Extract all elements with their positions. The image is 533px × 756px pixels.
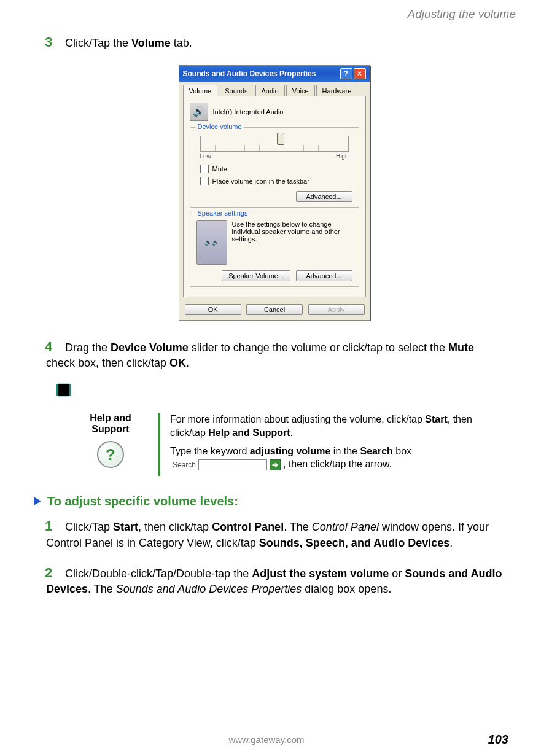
speaker-volume-button[interactable]: Speaker Volume... xyxy=(222,270,290,281)
slider-high-label: High xyxy=(336,153,349,160)
search-go-icon[interactable]: ➔ xyxy=(270,459,281,470)
footer-url: www.gateway.com xyxy=(228,735,304,745)
speakers-icon: 🔈🔈 xyxy=(196,220,227,265)
group-title: Device volume xyxy=(195,123,244,130)
slider-thumb[interactable] xyxy=(277,133,284,145)
advanced-button[interactable]: Advanced... xyxy=(296,191,352,202)
help-button[interactable]: ? xyxy=(340,68,352,79)
volume-slider[interactable]: Low High xyxy=(196,134,352,161)
taskbar-icon-checkbox-row[interactable]: Place volume icon in the taskbar xyxy=(200,177,352,185)
help-label: Help and Support xyxy=(71,413,150,435)
section-heading-text: To adjust specific volume levels: xyxy=(47,494,238,509)
tab-sounds[interactable]: Sounds xyxy=(219,85,254,96)
header-title: Adjusting the volume xyxy=(408,7,516,20)
device-name: Intel(r) Integrated Audio xyxy=(213,108,284,115)
mute-checkbox[interactable] xyxy=(200,165,209,173)
help-body: For more information about adjusting the… xyxy=(160,413,502,475)
question-icon: ? xyxy=(97,441,124,468)
taskbar-icon-checkbox[interactable] xyxy=(200,177,209,185)
close-button[interactable]: × xyxy=(354,68,366,79)
step-4: 4 Drag the Device Volume slider to chang… xyxy=(46,338,502,371)
dialog-titlebar: Sounds and Audio Devices Properties ? × xyxy=(179,66,370,82)
search-widget: Search ➔ xyxy=(173,459,281,470)
dialog-title: Sounds and Audio Devices Properties xyxy=(183,69,316,78)
step-text: Click/Tap Start, then click/tap Control … xyxy=(46,521,489,549)
section-end-marker xyxy=(58,384,502,396)
device-icon: 🔊 xyxy=(190,103,208,121)
taskbar-icon-label: Place volume icon in the taskbar xyxy=(212,177,309,185)
end-square-icon xyxy=(58,384,69,396)
dialog-tabs: Volume Sounds Audio Voice Hardware xyxy=(179,82,370,96)
step-number: 1 xyxy=(45,517,62,536)
triangle-icon xyxy=(34,497,41,505)
step-text: Drag the Device Volume slider to change … xyxy=(46,341,474,370)
ok-button[interactable]: OK xyxy=(185,304,241,315)
speaker-settings-group: Speaker settings 🔈🔈 Use the settings bel… xyxy=(190,214,359,287)
device-volume-group: Device volume Low High xyxy=(190,127,359,208)
page-footer: www.gateway.com 103 xyxy=(0,735,533,745)
apply-button[interactable]: Apply xyxy=(308,304,365,315)
tab-voice[interactable]: Voice xyxy=(286,85,315,96)
step-number: 2 xyxy=(45,564,62,582)
help-support-box: Help and Support ? For more information … xyxy=(71,413,502,475)
step-b2: 2 Click/Double-click/Tap/Double-tap the … xyxy=(46,564,502,597)
search-input[interactable] xyxy=(198,459,267,470)
tab-audio[interactable]: Audio xyxy=(255,85,285,96)
step-text: Click/Double-click/Tap/Double-tap the Ad… xyxy=(46,567,502,596)
speaker-desc: Use the settings below to change individ… xyxy=(232,220,352,265)
cancel-button[interactable]: Cancel xyxy=(246,304,303,315)
section-heading: To adjust specific volume levels: xyxy=(34,494,502,509)
search-label: Search xyxy=(173,460,196,470)
step-number: 4 xyxy=(45,338,62,356)
help-label-col: Help and Support ? xyxy=(71,413,158,475)
dialog-panel: 🔊 Intel(r) Integrated Audio Device volum… xyxy=(183,96,366,297)
sounds-audio-dialog: Sounds and Audio Devices Properties ? × … xyxy=(179,65,370,321)
page-header: Adjusting the volume xyxy=(0,0,533,21)
mute-label: Mute xyxy=(212,165,227,173)
step-3: 3 Click/Tap the Volume tab. xyxy=(46,33,502,52)
tab-volume[interactable]: Volume xyxy=(183,85,218,96)
step-b1: 1 Click/Tap Start, then click/tap Contro… xyxy=(46,517,502,550)
speaker-advanced-button[interactable]: Advanced... xyxy=(296,270,352,281)
group-title: Speaker settings xyxy=(195,209,251,217)
mute-checkbox-row[interactable]: Mute xyxy=(200,165,352,173)
slider-low-label: Low xyxy=(200,153,211,160)
step-number: 3 xyxy=(45,33,62,52)
dialog-figure: Sounds and Audio Devices Properties ? × … xyxy=(46,65,502,321)
page-number: 103 xyxy=(488,733,508,747)
tab-hardware[interactable]: Hardware xyxy=(316,85,358,96)
step-text: Click/Tap the Volume tab. xyxy=(65,37,192,49)
